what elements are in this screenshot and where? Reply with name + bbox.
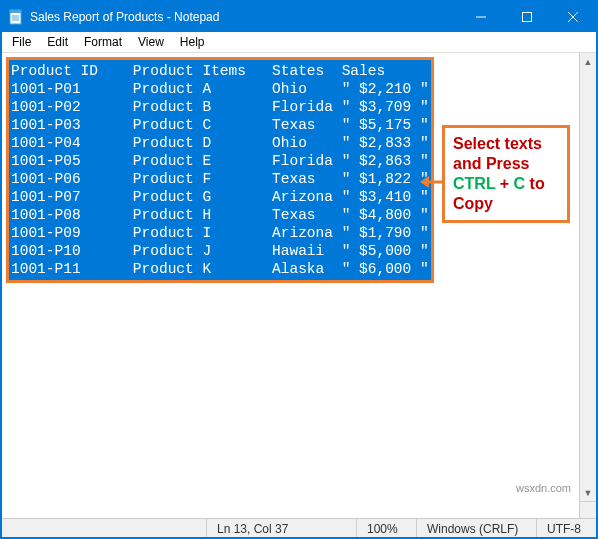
menu-format[interactable]: Format (76, 33, 130, 51)
callout-line2: and Press (453, 155, 529, 172)
menu-edit[interactable]: Edit (39, 33, 76, 51)
status-encoding: UTF-8 (536, 519, 596, 539)
callout-line1: Select texts (453, 135, 542, 152)
close-button[interactable] (550, 2, 596, 32)
watermark: wsxdn.com (516, 482, 571, 494)
menu-file[interactable]: File (4, 33, 39, 51)
title-bar: Sales Report of Products - Notepad (2, 2, 596, 32)
menu-view[interactable]: View (130, 33, 172, 51)
scroll-up-icon[interactable]: ▲ (580, 53, 596, 70)
vertical-scrollbar[interactable]: ▲ ▼ (579, 53, 596, 518)
instruction-callout: Select texts and Press CTRL + C to Copy (442, 125, 570, 223)
menu-help[interactable]: Help (172, 33, 213, 51)
status-zoom[interactable]: 100% (356, 519, 416, 539)
status-bar: Ln 13, Col 37 100% Windows (CRLF) UTF-8 (2, 518, 596, 539)
status-spacer (2, 519, 206, 539)
notepad-icon (8, 9, 24, 25)
svg-rect-6 (523, 13, 532, 22)
callout-c: C (514, 175, 526, 192)
callout-arrow-icon (420, 175, 442, 189)
content-area: Product ID Product Items States Sales 10… (2, 53, 596, 518)
scroll-down-icon[interactable]: ▼ (580, 484, 596, 501)
window-title: Sales Report of Products - Notepad (30, 10, 458, 24)
callout-plus: + (495, 175, 513, 192)
maximize-button[interactable] (504, 2, 550, 32)
svg-marker-10 (420, 176, 429, 188)
minimize-button[interactable] (458, 2, 504, 32)
svg-rect-1 (10, 10, 21, 13)
status-position: Ln 13, Col 37 (206, 519, 356, 539)
selected-text[interactable]: Product ID Product Items States Sales 10… (9, 60, 431, 280)
selection-highlight-border: Product ID Product Items States Sales 10… (6, 57, 434, 283)
status-eol: Windows (CRLF) (416, 519, 536, 539)
scrollbar-sizer (580, 501, 596, 518)
callout-to: to (525, 175, 545, 192)
editor[interactable]: Product ID Product Items States Sales 10… (2, 53, 579, 518)
callout-ctrl: CTRL (453, 175, 495, 192)
menu-bar: File Edit Format View Help (2, 32, 596, 53)
callout-line4: Copy (453, 195, 493, 212)
window-controls (458, 2, 596, 32)
